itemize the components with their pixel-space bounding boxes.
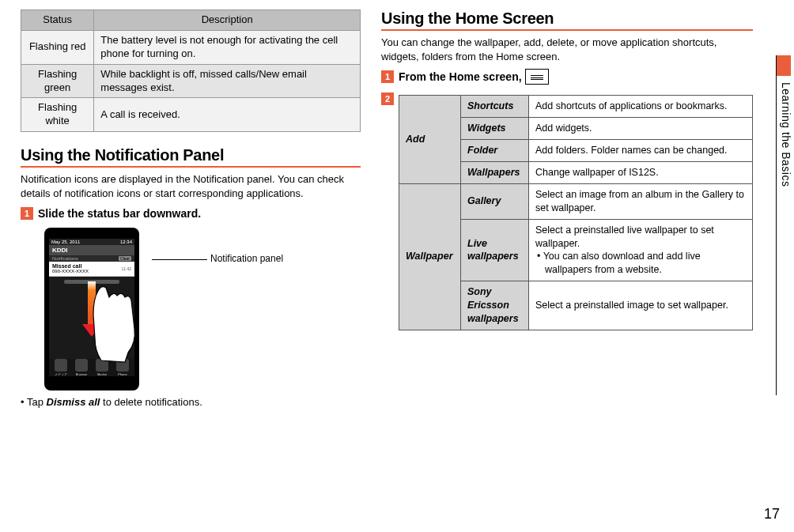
desc-cell: While backlight is off, missed calls/New… [94, 64, 361, 98]
status-cell: Flashing red [21, 30, 94, 64]
table-row: Add Shortcuts Add shortcuts of applicati… [399, 96, 753, 118]
notification-illustration: May 25, 2011 12:34 KDDI Notifications Cl… [21, 228, 361, 391]
step-number-badge: 1 [381, 70, 394, 83]
desc-cell: Select a preinstalled live wallpaper to … [529, 219, 753, 281]
step-number-badge: 2 [381, 92, 394, 105]
sub-shortcuts: Shortcuts [461, 96, 529, 118]
sub-gallery: Gallery [461, 183, 529, 219]
step-title: From the Home screen, [399, 70, 525, 83]
callout-line [152, 259, 207, 260]
status-header-status: Status [21, 10, 94, 31]
table-row: Flashing white A call is received. [21, 98, 361, 132]
phone-device: May 25, 2011 12:34 KDDI Notifications Cl… [44, 228, 139, 391]
page-number: 17 [764, 506, 780, 523]
notif-title: Missed call [52, 263, 81, 269]
desc-cell: The battery level is not enough for acti… [94, 30, 361, 64]
home-options-table: Add Shortcuts Add shortcuts of applicati… [399, 95, 753, 330]
status-bar-time: 12:34 [120, 240, 132, 244]
desc-cell: Add widgets. [529, 118, 753, 140]
sub-live-wallpapers: Live wallpapers [461, 219, 529, 281]
sub-widgets: Widgets [461, 118, 529, 140]
table-row: Flashing red The battery level is not en… [21, 30, 361, 64]
carrier-label: KDDI [49, 245, 134, 255]
status-header-description: Description [94, 10, 361, 31]
notification-intro: Notification icons are displayed in the … [21, 172, 361, 200]
callout-label: Notification panel [210, 253, 283, 264]
section-heading-home-screen: Using the Home Screen [381, 9, 753, 31]
table-row: Wallpaper Gallery Select an image from a… [399, 183, 753, 219]
status-table: Status Description Flashing red The batt… [21, 9, 361, 132]
status-bar-date: May 25, 2011 [51, 240, 80, 244]
step-title: Slide the status bar downward. [38, 206, 361, 221]
notification-item: Missed call 090-XXXX-XXXX 11:42 [49, 262, 134, 277]
desc-cell: Change wallpaper of IS12S. [529, 162, 753, 184]
swipe-down-arrow-icon [86, 281, 97, 337]
menu-icon [525, 69, 549, 85]
step-1-home: 1 From the Home screen, [381, 70, 753, 85]
sub-wallpapers: Wallpapers [461, 162, 529, 184]
status-cell: Flashing green [21, 64, 94, 98]
side-tab-label: Learning the Basics [780, 82, 792, 187]
phone-dock: メディア Browser Market Phone [49, 359, 134, 376]
desc-cell: Add folders. Folder names can be changed… [529, 140, 753, 162]
group-wallpaper: Wallpaper [399, 183, 461, 330]
desc-cell: Select an image from an album in the Gal… [529, 183, 753, 219]
status-cell: Flashing white [21, 98, 94, 132]
group-add: Add [399, 96, 461, 184]
desc-cell: A call is received. [94, 98, 361, 132]
dismiss-all-bullet: Tap Dismiss all to delete notifications. [21, 395, 361, 409]
clear-button: Clear [119, 256, 131, 261]
side-tab: Learning the Basics [773, 55, 791, 229]
step-2-home: 2 Add Shortcuts Add shortcuts of applica… [381, 92, 753, 330]
sub-folder: Folder [461, 140, 529, 162]
desc-cell: Select a preinstalled image to set wallp… [529, 281, 753, 330]
notif-sub: 090-XXXX-XXXX [52, 269, 89, 274]
step-number-badge: 1 [21, 207, 33, 220]
section-heading-notification-panel: Using the Notification Panel [21, 146, 361, 168]
step-1-notification: 1 Slide the status bar downward. [21, 206, 361, 221]
home-intro: You can change the wallpaper, add, delet… [381, 36, 753, 63]
notif-time: 11:42 [121, 266, 131, 271]
desc-cell: Add shortcuts of applications or bookmar… [529, 96, 753, 118]
table-row: Flashing green While backlight is off, m… [21, 64, 361, 98]
sub-sony-wallpapers: Sony Ericsson wallpapers [461, 281, 529, 330]
notifications-label: Notifications [52, 256, 78, 261]
